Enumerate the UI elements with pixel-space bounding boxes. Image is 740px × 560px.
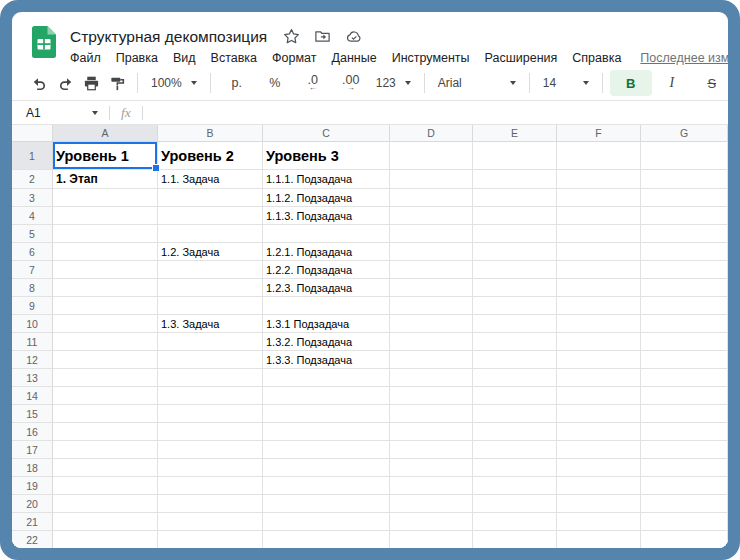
font-family-select[interactable]: Arial [432,70,522,96]
row-header-5[interactable]: 5 [12,225,53,243]
cell-B12[interactable] [158,351,263,369]
cell-F11[interactable] [557,333,641,351]
cell-A18[interactable] [53,459,158,477]
cell-A21[interactable] [53,513,158,531]
cell-C8[interactable]: 1.2.3. Подзадача [263,279,390,297]
menu-item-data[interactable]: Данные [331,51,376,65]
cell-A13[interactable] [53,369,158,387]
cell-D10[interactable] [390,315,473,333]
cell-F2[interactable] [557,170,641,189]
cell-D12[interactable] [390,351,473,369]
cell-D6[interactable] [390,243,473,261]
cell-E10[interactable] [473,315,557,333]
menu-item-tools[interactable]: Инструменты [392,51,470,65]
cell-F4[interactable] [557,207,641,225]
cell-C21[interactable] [263,513,390,531]
cell-A12[interactable] [53,351,158,369]
cell-A7[interactable] [53,261,158,279]
row-header-16[interactable]: 16 [12,423,53,441]
menu-item-edit[interactable]: Правка [116,51,158,65]
cell-G8[interactable] [641,279,728,297]
cell-B4[interactable] [158,207,263,225]
cell-D2[interactable] [390,170,473,189]
cell-E19[interactable] [473,477,557,495]
cell-C12[interactable]: 1.3.3. Подзадача [263,351,390,369]
row-header-18[interactable]: 18 [12,459,53,477]
document-title[interactable]: Структурная декомпозиция [70,28,267,46]
menu-item-file[interactable]: Файл [70,51,101,65]
cell-D16[interactable] [390,423,473,441]
row-header-13[interactable]: 13 [12,369,53,387]
row-header-1[interactable]: 1 [12,142,53,170]
cell-D15[interactable] [390,405,473,423]
column-header-G[interactable]: G [641,125,728,142]
font-size-select[interactable]: 14 [537,70,595,96]
sheets-logo-icon[interactable] [32,26,56,58]
cell-A15[interactable] [53,405,158,423]
cell-C1[interactable]: Уровень 3 [263,142,390,170]
cell-E22[interactable] [473,531,557,548]
column-header-C[interactable]: C [263,125,390,142]
undo-button[interactable] [26,70,52,96]
cell-C16[interactable] [263,423,390,441]
cell-D8[interactable] [390,279,473,297]
cell-G20[interactable] [641,495,728,513]
row-header-2[interactable]: 2 [12,170,53,189]
cell-A6[interactable] [53,243,158,261]
row-header-20[interactable]: 20 [12,495,53,513]
cell-G15[interactable] [641,405,728,423]
cell-G5[interactable] [641,225,728,243]
cell-F12[interactable] [557,351,641,369]
cell-G17[interactable] [641,441,728,459]
cell-E12[interactable] [473,351,557,369]
cell-D7[interactable] [390,261,473,279]
cell-E5[interactable] [473,225,557,243]
cell-D4[interactable] [390,207,473,225]
cell-A17[interactable] [53,441,158,459]
cell-B10[interactable]: 1.3. Задача [158,315,263,333]
cell-F15[interactable] [557,405,641,423]
cell-E9[interactable] [473,297,557,315]
cell-C20[interactable] [263,495,390,513]
cell-A16[interactable] [53,423,158,441]
row-header-4[interactable]: 4 [12,207,53,225]
cell-D20[interactable] [390,495,473,513]
cell-B1[interactable]: Уровень 2 [158,142,263,170]
row-header-9[interactable]: 9 [12,297,53,315]
menu-item-extensions[interactable]: Расширения [485,51,558,65]
cell-A9[interactable] [53,297,158,315]
cell-F8[interactable] [557,279,641,297]
menu-item-help[interactable]: Справка [572,51,621,65]
cell-A19[interactable] [53,477,158,495]
cell-E3[interactable] [473,189,557,207]
row-header-22[interactable]: 22 [12,531,53,548]
cell-G14[interactable] [641,387,728,405]
cell-E21[interactable] [473,513,557,531]
cell-C10[interactable]: 1.3.1 Подзадача [263,315,390,333]
menu-item-insert[interactable]: Вставка [211,51,257,65]
cell-F18[interactable] [557,459,641,477]
percent-format-button[interactable]: % [256,70,294,96]
increase-decimal-button[interactable]: .00 → [332,70,370,96]
cell-F13[interactable] [557,369,641,387]
cell-E2[interactable] [473,170,557,189]
cell-C17[interactable] [263,441,390,459]
cell-G2[interactable] [641,170,728,189]
cell-B6[interactable]: 1.2. Задача [158,243,263,261]
cell-D9[interactable] [390,297,473,315]
row-header-10[interactable]: 10 [12,315,53,333]
cell-E7[interactable] [473,261,557,279]
cell-F7[interactable] [557,261,641,279]
cell-F14[interactable] [557,387,641,405]
cell-A8[interactable] [53,279,158,297]
row-header-12[interactable]: 12 [12,351,53,369]
cell-E18[interactable] [473,459,557,477]
move-to-folder-icon[interactable] [314,28,331,45]
cell-G6[interactable] [641,243,728,261]
cell-A4[interactable] [53,207,158,225]
cell-B9[interactable] [158,297,263,315]
cell-B8[interactable] [158,279,263,297]
cell-D11[interactable] [390,333,473,351]
column-header-D[interactable]: D [390,125,473,142]
select-all-button[interactable] [12,125,53,142]
